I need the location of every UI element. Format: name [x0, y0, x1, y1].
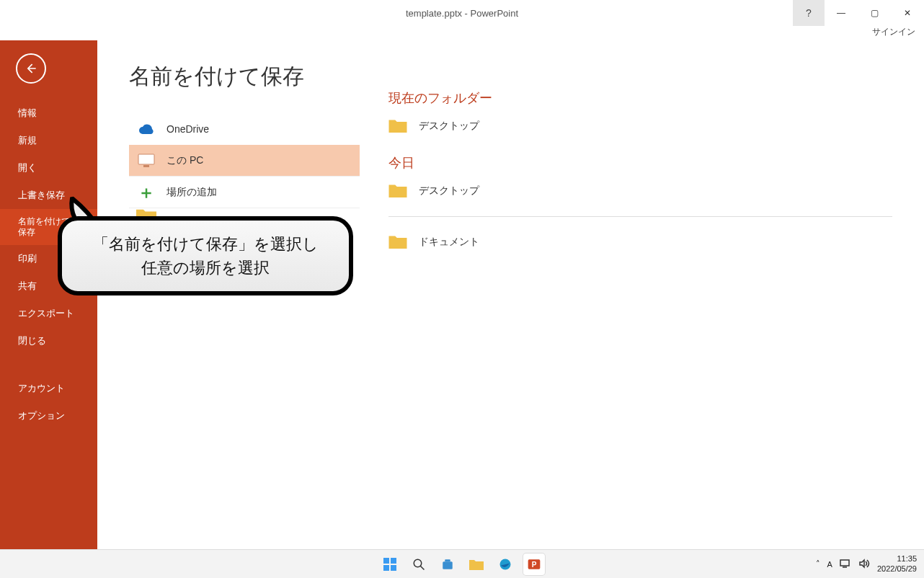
tray-volume-icon[interactable] [858, 559, 870, 570]
tray-clock[interactable]: 11:35 2022/05/29 [877, 554, 917, 573]
pc-icon [136, 153, 156, 169]
divider [388, 216, 892, 217]
svg-rect-9 [445, 559, 450, 561]
powerpoint-icon[interactable]: P [523, 553, 545, 575]
svg-point-6 [414, 559, 422, 567]
tray-network-icon[interactable] [840, 559, 851, 570]
folder-icon [388, 234, 409, 250]
sidebar-bottom-1[interactable]: オプション [0, 402, 97, 430]
start-button[interactable] [379, 553, 401, 575]
callout-line2: 任意の場所を選択 [78, 256, 333, 280]
page-title: 名前を付けて保存 [129, 62, 360, 92]
signin-row: サインイン [0, 26, 924, 40]
titlebar: template.pptx - PowerPoint ? ― ▢ ✕ [0, 0, 924, 26]
folder-row[interactable]: デスクトップ [388, 179, 892, 203]
svg-text:P: P [532, 561, 537, 569]
callout-line1: 「名前を付けて保存」を選択し [78, 232, 333, 256]
sidebar-item-7[interactable]: エクスポート [0, 300, 97, 327]
svg-point-10 [500, 559, 511, 569]
svg-rect-0 [138, 154, 154, 164]
maximize-button[interactable]: ▢ [858, 0, 891, 26]
group-title-1: 今日 [388, 154, 892, 172]
svg-rect-13 [840, 560, 849, 566]
signin-link[interactable]: サインイン [872, 26, 915, 40]
sidebar-bottom-0[interactable]: アカウント [0, 375, 97, 402]
minimize-button[interactable]: ― [825, 0, 858, 26]
help-button[interactable]: ? [793, 0, 825, 26]
location-pc[interactable]: この PC [129, 145, 360, 177]
svg-rect-8 [443, 561, 453, 569]
edge-icon[interactable] [494, 553, 516, 575]
callout: 「名前を付けて保存」を選択し 任意の場所を選択 [58, 216, 353, 295]
close-button[interactable]: ✕ [891, 0, 924, 26]
tray-ime-icon[interactable]: A [827, 560, 832, 569]
folder-icon [388, 183, 409, 199]
folder-row[interactable]: デスクトップ [388, 114, 892, 138]
location-cloud[interactable]: OneDrive [129, 113, 360, 145]
svg-line-7 [420, 566, 424, 569]
taskbar: P ˄ A 11:35 2022/05/29 [0, 549, 924, 578]
location-plus[interactable]: ＋場所の追加 [129, 177, 360, 208]
sidebar-item-1[interactable]: 新規 [0, 127, 97, 154]
sidebar-item-8[interactable]: 閉じる [0, 327, 97, 355]
tray-chevron-icon[interactable]: ˄ [816, 559, 820, 569]
sidebar-item-0[interactable]: 情報 [0, 99, 97, 127]
svg-rect-3 [391, 558, 396, 564]
window-title: template.pptx - PowerPoint [406, 8, 518, 19]
folder-row[interactable]: ドキュメント [388, 230, 892, 254]
svg-rect-5 [391, 565, 396, 571]
explorer-icon[interactable] [466, 553, 487, 575]
svg-rect-2 [383, 558, 389, 564]
cloud-icon [136, 121, 156, 137]
search-icon[interactable] [408, 553, 430, 575]
folder-icon [388, 118, 409, 134]
sidebar-item-2[interactable]: 開く [0, 154, 97, 182]
plus-icon: ＋ [136, 184, 156, 200]
svg-rect-1 [143, 165, 149, 167]
store-icon[interactable] [437, 553, 458, 575]
back-button[interactable] [16, 53, 46, 84]
group-title-0: 現在のフォルダー [388, 89, 892, 107]
svg-rect-4 [383, 565, 389, 571]
